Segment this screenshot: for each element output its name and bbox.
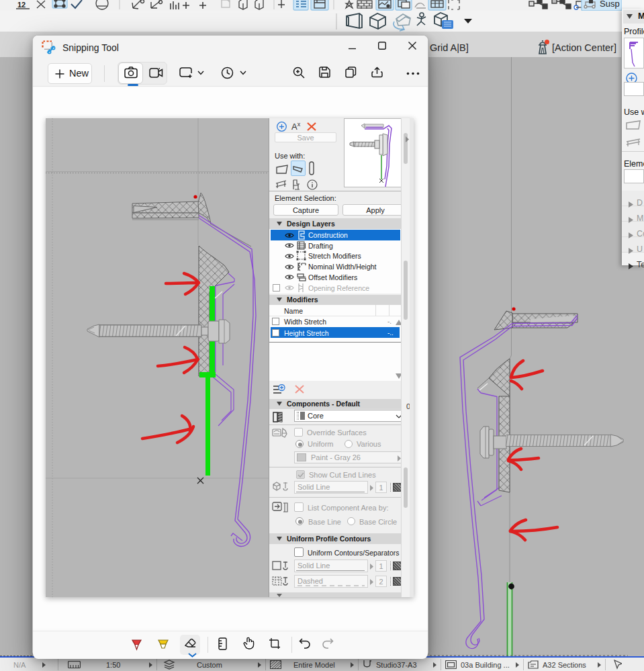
svg-text:12: 12 bbox=[17, 1, 26, 9]
svg-text:Susp: Susp bbox=[600, 0, 620, 9]
